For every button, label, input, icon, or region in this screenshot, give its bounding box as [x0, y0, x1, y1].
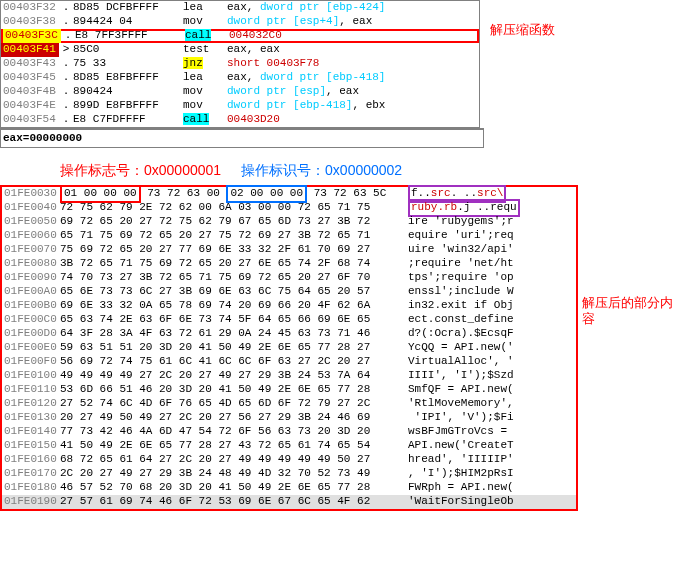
flag-label: 操作标志号：0x00000001: [60, 162, 221, 179]
bytes: E8 C7FDFFFF: [73, 113, 183, 126]
hex-address: 01FE0080: [2, 257, 60, 270]
hex-ascii: FWRph = API.new(: [408, 481, 576, 494]
hex-ascii: API.new('CreateT: [408, 439, 576, 452]
hex-address: 01FE0040: [2, 201, 60, 214]
address: 00403F32: [1, 1, 59, 14]
hex-dump-panel[interactable]: 01FE003001 00 00 00 73 72 63 00 02 00 00…: [0, 185, 578, 511]
annotation-decompress: 解压缩函数: [490, 22, 555, 38]
hex-bytes: 59 63 51 51 20 3D 20 41 50 49 2E 6E 65 7…: [60, 341, 408, 354]
hex-ascii: 'RtlMoveMemory',: [408, 397, 576, 410]
mnemonic: mov: [183, 99, 227, 112]
hex-row[interactable]: 01FE005069 72 65 20 27 72 75 62 79 67 65…: [2, 215, 576, 229]
hex-address: 01FE0050: [2, 215, 60, 228]
hex-ascii: wsBFJmGTroVcs =: [408, 425, 576, 438]
hex-bytes: 49 49 49 49 27 2C 20 27 49 27 29 3B 24 5…: [60, 369, 408, 382]
operands: dword ptr [ebp-418], ebx: [227, 99, 479, 112]
bytes: 8D85 DCFBFFFF: [73, 1, 183, 14]
bytes: 75 33: [73, 57, 183, 70]
hex-row[interactable]: 01FE00F056 69 72 74 75 61 6C 41 6C 6C 6F…: [2, 355, 576, 369]
hex-bytes: 46 57 52 70 68 20 3D 20 41 50 49 2E 6E 6…: [60, 481, 408, 494]
mnemonic: lea: [183, 71, 227, 84]
disasm-row[interactable]: 00403F54.E8 C7FDFFFFcall00403D20: [1, 113, 479, 127]
hex-row[interactable]: 01FE009074 70 73 27 3B 72 65 71 75 69 72…: [2, 271, 576, 285]
mark: .: [59, 113, 73, 126]
address: 00403F4B: [1, 85, 59, 98]
hex-ascii: tps';require 'op: [408, 271, 576, 284]
hex-row[interactable]: 01FE00803B 72 65 71 75 69 72 65 20 27 6E…: [2, 257, 576, 271]
mnemonic: test: [183, 43, 227, 56]
hex-row[interactable]: 01FE014077 73 42 46 4A 6D 47 54 72 6F 56…: [2, 425, 576, 439]
disasm-row[interactable]: 00403F4B.890424movdword ptr [esp], eax: [1, 85, 479, 99]
mark: .: [61, 29, 75, 42]
mnemonic: call: [183, 113, 227, 126]
hex-row[interactable]: 01FE015041 50 49 2E 6E 65 77 28 27 43 72…: [2, 439, 576, 453]
hex-bytes: 56 69 72 74 75 61 6C 41 6C 6C 6F 63 27 2…: [60, 355, 408, 368]
hex-ascii: , 'I');$HIM2pRsI: [408, 467, 576, 480]
hex-row[interactable]: 01FE00D064 3F 28 3A 4F 63 72 61 29 0A 24…: [2, 327, 576, 341]
hex-bytes: 65 63 74 2E 63 6F 6E 73 74 5F 64 65 66 6…: [60, 313, 408, 326]
hex-row[interactable]: 01FE006065 71 75 69 72 65 20 27 75 72 69…: [2, 229, 576, 243]
id-label: 操作标识号：0x00000002: [241, 162, 402, 179]
hex-ascii: equire 'uri';req: [408, 229, 576, 242]
hex-bytes: 69 72 65 20 27 72 75 62 79 67 65 6D 73 2…: [60, 215, 408, 228]
hex-row[interactable]: 01FE012027 52 74 6C 4D 6F 76 65 4D 65 6D…: [2, 397, 576, 411]
bytes: 899D E8FBFFFF: [73, 99, 183, 112]
disasm-row[interactable]: 00403F3C.E8 7FF3FFFFcall004032C0: [1, 29, 479, 43]
hex-ascii: 'IPI', 'V');$Fi: [408, 411, 576, 424]
hex-ascii: YcQQ = API.new(': [408, 341, 576, 354]
hex-bytes: 53 6D 66 51 46 20 3D 20 41 50 49 2E 6E 6…: [60, 383, 408, 396]
hex-ascii: SmfQF = API.new(: [408, 383, 576, 396]
hex-ascii: d?(:Ocra).$EcsqF: [408, 327, 576, 340]
hex-ascii: uire 'win32/api': [408, 243, 576, 256]
mnemonic: lea: [183, 1, 227, 14]
address: 00403F3C: [3, 29, 61, 42]
hex-ascii: ire 'rubygems';r: [408, 215, 576, 228]
hex-address: 01FE0160: [2, 453, 60, 466]
bytes: 85C0: [73, 43, 183, 56]
hex-address: 01FE0090: [2, 271, 60, 284]
disasm-row[interactable]: 00403F4E.899D E8FBFFFFmovdword ptr [ebp-…: [1, 99, 479, 113]
hex-address: 01FE0190: [2, 495, 60, 508]
hex-address: 01FE00A0: [2, 285, 60, 298]
hex-address: 01FE00B0: [2, 299, 60, 312]
hex-row[interactable]: 01FE00A065 6E 73 73 6C 27 3B 69 6E 63 6C…: [2, 285, 576, 299]
hex-row[interactable]: 01FE011053 6D 66 51 46 20 3D 20 41 50 49…: [2, 383, 576, 397]
mnemonic: call: [185, 29, 229, 42]
hex-row[interactable]: 01FE019027 57 61 69 74 46 6F 72 53 69 6E…: [2, 495, 576, 509]
mark: .: [59, 1, 73, 14]
register-status: eax=00000000: [0, 128, 484, 148]
hex-row[interactable]: 01FE00B069 6E 33 32 0A 65 78 69 74 20 69…: [2, 299, 576, 313]
hex-ascii: ;require 'net/ht: [408, 257, 576, 270]
bytes: 890424: [73, 85, 183, 98]
hex-row[interactable]: 01FE018046 57 52 70 68 20 3D 20 41 50 49…: [2, 481, 576, 495]
address: 00403F54: [1, 113, 59, 126]
disasm-row[interactable]: 00403F45.8D85 E8FBFFFFleaeax, dword ptr …: [1, 71, 479, 85]
hex-row[interactable]: 01FE00C065 63 74 2E 63 6F 6E 73 74 5F 64…: [2, 313, 576, 327]
disasm-row[interactable]: 00403F38.894424 04movdword ptr [esp+4], …: [1, 15, 479, 29]
operands: dword ptr [esp+4], eax: [227, 15, 479, 28]
hex-bytes: 74 70 73 27 3B 72 65 71 75 69 72 65 20 2…: [60, 271, 408, 284]
hex-row[interactable]: 01FE016068 72 65 61 64 27 2C 20 27 49 49…: [2, 453, 576, 467]
hex-row[interactable]: 01FE010049 49 49 49 27 2C 20 27 49 27 29…: [2, 369, 576, 383]
mark: .: [59, 15, 73, 28]
hex-row[interactable]: 01FE00E059 63 51 51 20 3D 20 41 50 49 2E…: [2, 341, 576, 355]
disasm-row[interactable]: 00403F41>85C0testeax, eax: [1, 43, 479, 57]
hex-address: 01FE0060: [2, 229, 60, 242]
disasm-row[interactable]: 00403F43.75 33jnzshort 00403F78: [1, 57, 479, 71]
mark: .: [59, 57, 73, 70]
hex-ascii: ruby.rb.j ..requ: [408, 199, 576, 216]
hex-ascii: 'WaitForSingleOb: [408, 495, 576, 508]
hex-address: 01FE00E0: [2, 341, 60, 354]
hex-row[interactable]: 01FE013020 27 49 50 49 27 2C 20 27 56 27…: [2, 411, 576, 425]
hex-ascii: VirtualAlloc', ': [408, 355, 576, 368]
hex-bytes: 27 52 74 6C 4D 6F 76 65 4D 65 6D 6F 72 7…: [60, 397, 408, 410]
bytes: E8 7FF3FFFF: [75, 29, 185, 42]
disasm-row[interactable]: 00403F32.8D85 DCFBFFFFleaeax, dword ptr …: [1, 1, 479, 15]
hex-row[interactable]: 01FE007075 69 72 65 20 27 77 69 6E 33 32…: [2, 243, 576, 257]
hex-address: 01FE0070: [2, 243, 60, 256]
disassembly-panel[interactable]: 00403F32.8D85 DCFBFFFFleaeax, dword ptr …: [0, 0, 480, 128]
hex-address: 01FE00F0: [2, 355, 60, 368]
hex-row[interactable]: 01FE004072 75 62 79 2E 72 62 00 6A 03 00…: [2, 201, 576, 215]
hex-bytes: 01 00 00 00 73 72 63 00 02 00 00 00 73 7…: [60, 185, 408, 202]
hex-row[interactable]: 01FE01702C 20 27 49 27 29 3B 24 48 49 4D…: [2, 467, 576, 481]
